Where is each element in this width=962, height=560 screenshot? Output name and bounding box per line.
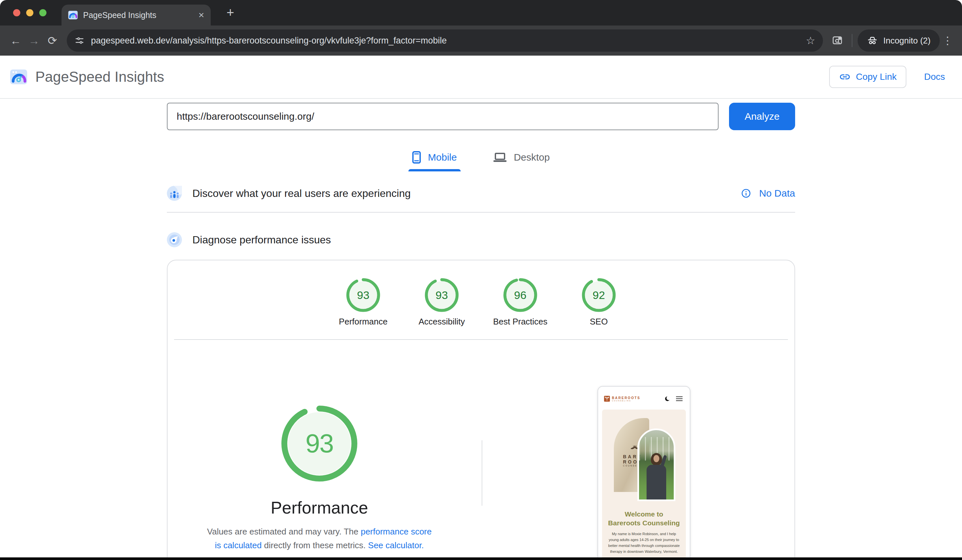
score-disclaimer: Values are estimated and may vary. The p… xyxy=(204,524,434,552)
tab-mobile[interactable]: Mobile xyxy=(412,151,457,169)
lighthouse-report-card: 93 Performance 93 Accessibility xyxy=(167,260,795,560)
macos-window-controls xyxy=(13,9,47,16)
preview-brand-text: BAREROOTS COUNSELING xyxy=(612,396,640,402)
browser-tab-active[interactable]: PageSpeed Insights × xyxy=(61,5,211,26)
forward-icon[interactable]: → xyxy=(25,31,43,50)
tab-desktop[interactable]: Desktop xyxy=(494,151,550,169)
score-gauge-seo[interactable]: 92 SEO xyxy=(560,278,638,327)
field-data-title: Discover what your real users are experi… xyxy=(192,187,411,200)
bookmark-star-icon[interactable]: ☆ xyxy=(806,34,815,47)
copy-link-label: Copy Link xyxy=(856,72,897,82)
info-icon xyxy=(741,188,751,199)
section-divider xyxy=(167,212,795,213)
portrait-arch-image xyxy=(638,429,675,501)
back-icon[interactable]: ← xyxy=(6,31,25,50)
card-divider xyxy=(174,339,788,340)
score-gauge-performance[interactable]: 93 Performance xyxy=(324,278,402,327)
score-value: 93 xyxy=(425,278,459,312)
site-settings-icon[interactable] xyxy=(74,36,84,45)
score-value: 92 xyxy=(582,278,616,312)
score-label: Best Practices xyxy=(481,316,560,327)
mobile-tab-label: Mobile xyxy=(428,152,457,163)
lab-data-row: Diagnose performance issues xyxy=(167,232,795,247)
performance-score-value: 93 xyxy=(280,404,358,483)
device-tabs: Mobile Desktop xyxy=(167,151,795,169)
dark-mode-moon-icon xyxy=(664,396,670,402)
copy-link-button[interactable]: Copy Link xyxy=(829,66,907,88)
side-panel-search-icon[interactable] xyxy=(828,31,846,50)
browser-tabstrip: PageSpeed Insights × + xyxy=(0,0,962,26)
diagnose-gauge-icon xyxy=(167,232,182,247)
pagespeed-logo-icon[interactable] xyxy=(10,68,27,86)
page-screenshot-preview[interactable]: BAREROOTS COUNSELING xyxy=(597,386,691,560)
mobile-phone-icon xyxy=(412,151,421,163)
preview-site-header: BAREROOTS COUNSELING xyxy=(602,391,686,407)
zoom-window-button[interactable] xyxy=(39,9,47,16)
new-tab-button[interactable]: + xyxy=(223,5,238,20)
score-label: Performance xyxy=(324,316,402,327)
browser-menu-icon[interactable]: ⋮ xyxy=(940,34,956,47)
incognito-badge[interactable]: Incognito (2) xyxy=(858,29,940,52)
minimize-window-button[interactable] xyxy=(26,9,33,16)
score-gauge-accessibility[interactable]: 93 Accessibility xyxy=(402,278,481,327)
lab-data-title: Diagnose performance issues xyxy=(192,234,331,246)
disclaimer-text: Values are estimated and may vary. The xyxy=(207,527,361,536)
see-calculator-link[interactable]: See calculator. xyxy=(368,541,424,550)
score-value: 96 xyxy=(503,278,537,312)
toolbar-divider xyxy=(852,34,852,47)
page-title: PageSpeed Insights xyxy=(36,69,164,85)
link-icon xyxy=(839,71,851,83)
screen-bottom-edge xyxy=(0,557,962,560)
detail-vertical-divider xyxy=(482,440,482,506)
tab-favicon xyxy=(68,10,78,20)
url-text[interactable]: pagespeed.web.dev/analysis/https-bareroo… xyxy=(91,36,806,46)
no-data-label: No Data xyxy=(759,188,795,199)
preview-intro-text: My name is Moxie Robinson, and I help yo… xyxy=(608,531,680,555)
incognito-label: Incognito (2) xyxy=(883,36,931,46)
analyze-button[interactable]: Analyze xyxy=(729,103,795,130)
screenshot-root: PageSpeed Insights × + ← → ⟳ pagespeed.w… xyxy=(0,0,962,560)
score-value: 93 xyxy=(346,278,380,312)
docs-link[interactable]: Docs xyxy=(924,72,945,82)
score-label: SEO xyxy=(560,316,638,327)
tab-title: PageSpeed Insights xyxy=(83,10,193,20)
analyze-url-input[interactable] xyxy=(167,103,718,130)
field-data-row: Discover what your real users are experi… xyxy=(167,186,795,201)
preview-welcome-heading: Welcome to Bareroots Counseling xyxy=(602,510,686,528)
score-label: Accessibility xyxy=(402,316,481,327)
disclaimer-text: directly from these metrics. xyxy=(262,541,368,550)
tab-close-icon[interactable]: × xyxy=(198,10,204,20)
address-bar[interactable]: pagespeed.web.dev/analysis/https-bareroo… xyxy=(67,29,823,52)
category-scores: 93 Performance 93 Accessibility xyxy=(168,260,794,327)
hamburger-menu-icon xyxy=(676,397,683,401)
desktop-laptop-icon xyxy=(494,153,507,162)
no-data-group[interactable]: No Data xyxy=(741,188,795,199)
desktop-tab-label: Desktop xyxy=(514,152,550,163)
bareroots-logo-icon xyxy=(604,396,610,402)
score-gauge-best-practices[interactable]: 96 Best Practices xyxy=(481,278,560,327)
close-window-button[interactable] xyxy=(13,9,20,16)
incognito-icon xyxy=(867,35,878,46)
performance-heading: Performance xyxy=(221,498,418,518)
real-users-icon xyxy=(167,186,182,201)
psi-header: PageSpeed Insights Copy Link Docs xyxy=(0,56,962,99)
browser-toolbar: ← → ⟳ pagespeed.web.dev/analysis/https-b… xyxy=(0,26,962,56)
preview-hero: BARE ROOT COUNSELI Welcome to xyxy=(602,410,686,560)
performance-score-gauge: 93 xyxy=(280,404,358,483)
reload-icon[interactable]: ⟳ xyxy=(43,31,61,50)
